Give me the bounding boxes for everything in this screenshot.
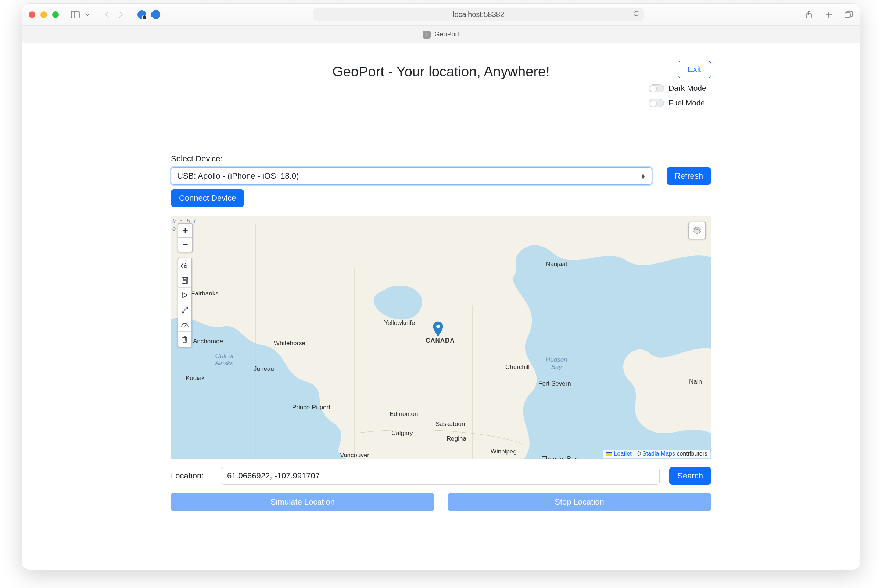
forward-button[interactable]: [116, 10, 126, 19]
leaflet-link[interactable]: Leaflet: [614, 450, 632, 457]
select-device-label: Select Device:: [171, 154, 711, 164]
svg-point-19: [186, 307, 188, 309]
exit-button[interactable]: Exit: [678, 61, 711, 78]
reload-icon[interactable]: [633, 10, 639, 19]
adblock-icon[interactable]: [152, 10, 160, 19]
extension-icon[interactable]: [138, 10, 146, 19]
svg-rect-6: [845, 13, 850, 18]
browser-toolbar: localhost:58382: [22, 4, 860, 26]
dark-mode-toggle[interactable]: [649, 84, 664, 92]
map-label: Churchill: [506, 363, 530, 371]
new-tab-icon[interactable]: [824, 10, 834, 19]
map-label: Nain: [689, 378, 702, 386]
map-label: Vancouver: [340, 452, 369, 459]
svg-marker-26: [693, 230, 701, 234]
simulate-location-button[interactable]: Simulate Location: [171, 493, 434, 511]
refresh-button[interactable]: Refresh: [667, 167, 711, 185]
chevron-down-icon[interactable]: [84, 10, 90, 19]
map-label: CANADA: [426, 337, 455, 344]
map-label: Juneau: [254, 365, 274, 373]
gauge-icon[interactable]: [178, 317, 192, 332]
tab-favicon: L: [423, 30, 431, 39]
map-label: Saskatoon: [435, 420, 465, 428]
svg-point-12: [436, 324, 440, 328]
stop-location-button[interactable]: Stop Location: [448, 493, 711, 511]
map-attribution: Leaflet | © Stadia Maps contributors: [603, 450, 710, 458]
page-content: GeoPort - Your location, Anywhere! Exit …: [22, 44, 860, 511]
svg-rect-16: [183, 281, 187, 284]
fuel-mode-label: Fuel Mode: [669, 99, 705, 107]
fullscreen-window-button[interactable]: [52, 11, 59, 18]
svg-rect-15: [183, 278, 186, 279]
layers-button[interactable]: [688, 222, 706, 239]
map-label: Prince Rupert: [292, 404, 330, 411]
share-icon[interactable]: [804, 10, 814, 19]
browser-window: localhost:58382 L GeoPort: [22, 4, 860, 570]
map-label: Hudson Bay: [546, 356, 567, 371]
page-title: GeoPort - Your location, Anywhere!: [241, 64, 641, 80]
map-label: Yellowknife: [384, 320, 415, 327]
svg-rect-21: [183, 338, 187, 342]
divider: [171, 137, 711, 137]
tabs-icon[interactable]: [844, 10, 854, 19]
window-controls: [28, 11, 59, 18]
back-button[interactable]: [102, 10, 112, 19]
address-bar[interactable]: localhost:58382: [313, 8, 644, 21]
sidebar-icon[interactable]: [70, 10, 80, 19]
save-icon[interactable]: [178, 273, 192, 288]
minimize-window-button[interactable]: [40, 11, 47, 18]
stadia-link[interactable]: Stadia Maps: [642, 450, 675, 457]
svg-point-18: [182, 310, 184, 312]
map-label: Kodiak: [186, 375, 205, 382]
flag-icon: [606, 452, 612, 456]
device-select[interactable]: USB: Apollo - (iPhone - iOS: 18.0) ▲▼: [171, 167, 652, 185]
svg-marker-17: [183, 292, 188, 298]
address-text: localhost:58382: [453, 10, 504, 19]
map-label: Winnipeg: [490, 448, 517, 455]
tab-bar: L GeoPort: [22, 26, 860, 44]
map-label: Regina: [447, 435, 466, 442]
map-label: Calgary: [392, 430, 413, 437]
map-label: Anchorage: [193, 338, 223, 345]
close-window-button[interactable]: [28, 11, 35, 18]
connect-device-button[interactable]: Connect Device: [171, 189, 244, 207]
map-zoom-control: + −: [177, 223, 193, 252]
map-label: Whitehorse: [274, 340, 305, 347]
route-icon[interactable]: [178, 303, 192, 317]
search-button[interactable]: Search: [669, 467, 711, 485]
map-tools: [177, 258, 192, 347]
map-label: e: [172, 225, 176, 232]
fuel-mode-toggle[interactable]: [649, 99, 664, 107]
location-input[interactable]: [221, 467, 660, 485]
zoom-out-button[interactable]: −: [178, 238, 192, 252]
device-selected-value: USB: Apollo - (iPhone - iOS: 18.0): [177, 171, 299, 181]
dark-mode-label: Dark Mode: [669, 84, 706, 93]
svg-rect-0: [71, 11, 80, 18]
cloud-upload-icon[interactable]: [178, 258, 192, 273]
trash-icon[interactable]: [178, 332, 192, 346]
map-label: Gulf of Alaska: [215, 352, 234, 367]
zoom-in-button[interactable]: +: [178, 224, 192, 238]
chevron-updown-icon: ▲▼: [640, 173, 646, 179]
map-label: Fairbanks: [191, 290, 219, 297]
map-label: Thunder Bay: [542, 455, 578, 459]
map-label: Edmonton: [390, 411, 418, 418]
tab-title: GeoPort: [434, 30, 459, 38]
map-label: Naujaat: [546, 261, 567, 268]
map-marker[interactable]: [432, 321, 444, 337]
svg-line-20: [185, 324, 186, 327]
map[interactable]: k c h i e Fairbanks Anchorage Juneau Kod…: [171, 216, 711, 459]
map-label: Fort Severn: [538, 380, 571, 387]
location-label: Location:: [171, 471, 212, 481]
play-icon[interactable]: [178, 288, 192, 303]
